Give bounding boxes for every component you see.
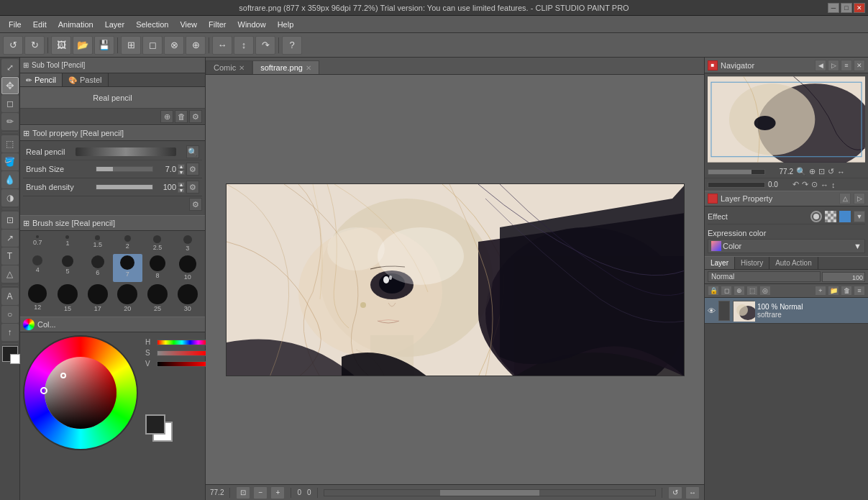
brush-cell-17[interactable]: 30 (173, 283, 202, 314)
move-tool-btn[interactable]: ✥ (1, 77, 19, 94)
layer-tab-auto-action[interactable]: Auto Action (769, 257, 818, 269)
brush-cell-6[interactable]: 4 (23, 254, 52, 282)
menu-animation[interactable]: Animation (52, 19, 99, 30)
tab-softrare[interactable]: softrare.png ✕ (252, 60, 319, 74)
val-slider[interactable] (157, 361, 207, 367)
brush-size-up[interactable]: ▲ (178, 164, 185, 169)
zoom-out-btn[interactable]: − (253, 486, 268, 499)
rotate-canvas-btn[interactable]: ↺ (668, 486, 682, 499)
brush-cell-12[interactable]: 12 (23, 283, 52, 314)
menu-selection[interactable]: Selection (130, 19, 174, 30)
effect-dropdown[interactable]: ▼ (854, 211, 865, 222)
layer-prop-triangle[interactable]: △ (839, 193, 851, 204)
blend-mode-select[interactable]: Normal (708, 271, 821, 282)
text-btn[interactable]: T (1, 247, 19, 265)
menu-layer[interactable]: Layer (99, 19, 131, 30)
nav-settings-btn[interactable]: ≡ (841, 60, 852, 71)
eraser-btn[interactable]: ⬚ (1, 135, 19, 153)
frame-btn[interactable]: ○ (1, 306, 19, 323)
ruler-btn[interactable]: ⊕ (186, 36, 206, 55)
brush-density-up[interactable]: ▲ (178, 182, 185, 187)
zoom-fit-btn[interactable]: ⊡ (236, 486, 250, 499)
save-btn[interactable]: 💾 (94, 36, 114, 55)
brush-cell-15[interactable]: 20 (113, 283, 142, 314)
brush-cell-16[interactable]: 25 (143, 283, 173, 314)
nav-zoom-bar[interactable] (708, 169, 765, 175)
bucket-btn[interactable]: 🪣 (1, 153, 19, 171)
layer-lock-btn[interactable]: 🔒 (708, 286, 719, 296)
select-area-btn[interactable]: ◻ (142, 36, 163, 55)
color-square[interactable] (45, 357, 117, 429)
canvas-scroll-h[interactable] (324, 489, 656, 496)
sat-slider[interactable] (157, 350, 207, 356)
flip-v-btn[interactable]: ↕ (234, 36, 254, 55)
zoom-flip-btn[interactable]: ↔ (837, 168, 845, 176)
delete-subtool-btn[interactable]: 🗑 (175, 110, 188, 123)
pencil-tool-btn[interactable]: ✏ (1, 113, 19, 130)
ruler-tool-btn[interactable]: △ (1, 265, 19, 283)
flip-h-btn[interactable]: ↔ (212, 36, 232, 55)
brush-cell-13[interactable]: 15 (53, 283, 83, 314)
help-btn[interactable]: ? (282, 36, 302, 55)
hue-slider[interactable] (157, 340, 207, 345)
zoom-extra-btn[interactable]: ⊡ (818, 167, 825, 176)
effect-blue[interactable] (839, 211, 851, 222)
canvas-viewport[interactable] (206, 75, 704, 484)
expression-color-dropdown[interactable]: Color ▼ (708, 239, 865, 253)
menu-window[interactable]: Window (232, 19, 272, 30)
layer-tab-layer[interactable]: Layer (705, 257, 735, 269)
layer-visibility-icon[interactable]: 👁 (708, 306, 716, 315)
rotate-btn-2[interactable]: ↷ (802, 180, 808, 189)
nav-btn-2[interactable]: ▷ (828, 60, 839, 71)
brush-size-settings[interactable]: ⚙ (186, 163, 199, 176)
maximize-btn[interactable]: □ (841, 3, 852, 13)
open-btn[interactable]: 📂 (73, 36, 93, 55)
menu-view[interactable]: View (174, 19, 203, 30)
add-subtool-btn[interactable]: ⊕ (160, 110, 173, 123)
zoom-in-btn[interactable]: + (270, 486, 285, 499)
tab-comic[interactable]: Comic ✕ (206, 60, 252, 74)
gradient-btn[interactable]: ◑ (1, 189, 19, 206)
menu-edit[interactable]: Edit (27, 19, 52, 30)
select-layer-btn[interactable]: ◻ (1, 95, 19, 112)
brush-size-down[interactable]: ▼ (178, 170, 185, 175)
fg-color-swatch[interactable] (2, 346, 18, 362)
flip-h-nav-btn[interactable]: ↔ (821, 181, 828, 189)
brush-cell-9[interactable]: 7 (113, 254, 142, 282)
layer-item-softrare[interactable]: 👁 100 % Normal softrare (705, 298, 868, 324)
brush-cell-3[interactable]: 2 (113, 234, 142, 253)
close-btn[interactable]: ✕ (854, 3, 865, 13)
effect-checker[interactable] (825, 211, 836, 222)
brush-cell-7[interactable]: 5 (53, 254, 83, 282)
zoom-reset-btn[interactable]: ↺ (828, 167, 834, 176)
new-canvas-btn[interactable]: 🖼 (51, 36, 71, 55)
pencil-tab[interactable]: ✏ Pencil (20, 73, 63, 86)
undo-btn[interactable]: ↺ (3, 36, 23, 55)
brush-cell-10[interactable]: 8 (143, 254, 173, 282)
pastel-tab[interactable]: 🎨 Pastel (63, 73, 109, 86)
nav-btn-1[interactable]: ◀ (815, 60, 826, 71)
zoom-decrease-btn[interactable]: 🔍 (796, 167, 806, 176)
brush-cell-11[interactable]: 10 (173, 254, 202, 282)
transform-btn[interactable]: ⊞ (121, 36, 141, 55)
layer-folder-btn[interactable]: 📁 (828, 286, 839, 296)
layer-more-btn[interactable]: ≡ (854, 286, 865, 296)
brush-size-slider[interactable] (96, 166, 153, 172)
zoom-increase-btn[interactable]: ⊕ (809, 167, 816, 176)
nav-close-btn[interactable]: ✕ (854, 60, 865, 71)
clear-btn[interactable]: ⊗ (164, 36, 184, 55)
rotate-btn[interactable]: ↷ (255, 36, 275, 55)
brush-cell-14[interactable]: 17 (83, 283, 112, 314)
rotate-btn-1[interactable]: ↶ (792, 180, 799, 189)
foreground-color[interactable] (145, 414, 165, 435)
flip-canvas-btn[interactable]: ↔ (685, 486, 700, 499)
menu-file[interactable]: File (3, 19, 27, 30)
eyedrop-btn[interactable]: 💧 (1, 171, 19, 188)
settings-subtool-btn[interactable]: ⚙ (189, 110, 202, 123)
nav-rotate-bar[interactable] (708, 182, 765, 188)
brush-cell-2[interactable]: 1.5 (83, 234, 112, 253)
menu-help[interactable]: Help (272, 19, 300, 30)
tab-comic-close[interactable]: ✕ (239, 64, 245, 72)
zoom-tool-btn[interactable]: ⤢ (1, 59, 19, 76)
effect-radio-normal[interactable] (810, 211, 822, 222)
